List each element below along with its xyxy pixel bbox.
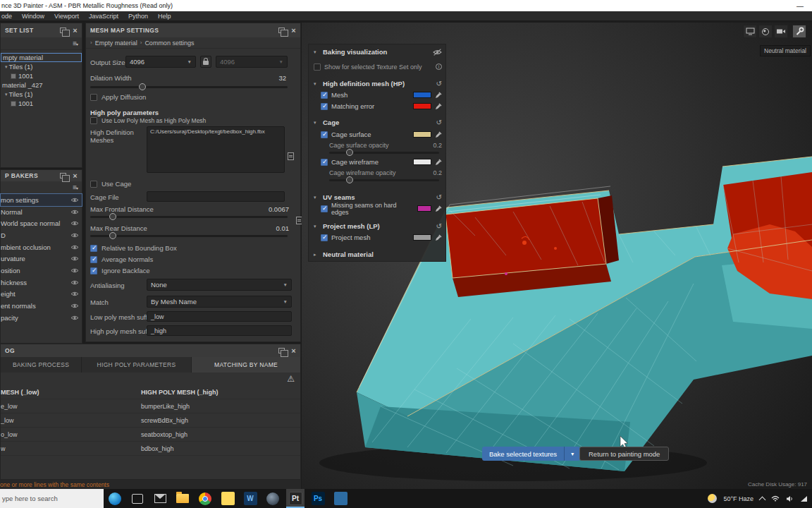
cage-wireframe-checkbox[interactable]	[321, 159, 328, 166]
slider-handle[interactable]	[139, 83, 146, 90]
eye-icon[interactable]	[70, 291, 79, 297]
eye-icon[interactable]	[70, 303, 79, 309]
dilation-width-value[interactable]: 32	[258, 74, 286, 82]
baker-item-height[interactable]: eight	[1, 289, 82, 301]
menu-item-python[interactable]: Python	[128, 13, 148, 20]
dilation-width-slider[interactable]	[90, 86, 288, 88]
taskbar-sticky-notes-icon[interactable]	[219, 489, 237, 508]
lp-section-header[interactable]: ▾Project mesh (LP) ↺	[314, 221, 442, 231]
taskbar-word-icon[interactable]: W	[241, 489, 259, 508]
menu-item-viewport[interactable]: Viewport	[54, 13, 79, 20]
average-normals-checkbox[interactable]	[90, 256, 97, 263]
expand-icon[interactable]: ▾	[5, 92, 8, 97]
lock-ratio-button[interactable]	[200, 56, 211, 68]
float-panel-icon[interactable]	[60, 28, 66, 33]
max-frontal-distance-slider[interactable]	[90, 216, 288, 218]
high-definition-meshes-list[interactable]: C:/Users/suraj/Desktop/texgt/bedbox_high…	[147, 126, 285, 173]
slider-handle[interactable]	[346, 149, 353, 156]
cage-surface-color-swatch[interactable]	[413, 131, 431, 138]
return-to-painting-mode-button[interactable]: Return to painting mode	[579, 447, 669, 461]
weather-icon[interactable]	[708, 494, 717, 503]
matching-error-checkbox[interactable]	[321, 103, 328, 110]
max-rear-distance-value[interactable]: 0.01	[254, 224, 289, 232]
baker-item-common-settings[interactable]: mon settings	[1, 194, 82, 206]
reset-history-icon[interactable]: ↺	[436, 222, 442, 230]
material-view-button[interactable]	[758, 25, 773, 38]
wifi-icon[interactable]	[771, 495, 780, 502]
breadcrumb-material[interactable]: Empty material	[95, 40, 137, 47]
baker-item-ambient-occlusion[interactable]: mbient occlusion	[1, 241, 82, 253]
slider-handle[interactable]	[346, 176, 353, 183]
cage-wireframe-opacity-slider[interactable]	[329, 179, 439, 181]
texture-set-item[interactable]: mpty material	[1, 53, 82, 62]
viewport-3d[interactable]: Neutral material ▾Baking visualization S…	[302, 23, 812, 489]
float-panel-icon[interactable]	[60, 173, 66, 179]
eyedropper-icon[interactable]	[435, 103, 442, 110]
float-panel-icon[interactable]	[278, 28, 285, 33]
taskbar-chrome-icon[interactable]	[196, 489, 214, 508]
expand-icon[interactable]: ▾	[5, 64, 8, 70]
tab-high-poly-parameters[interactable]: HIGH POLY PARAMETERS	[82, 357, 192, 373]
close-icon[interactable]: ×	[73, 27, 78, 34]
tab-baking-process[interactable]: BAKING PROCESS	[1, 357, 82, 373]
taskbar-file-explorer-icon[interactable]	[173, 489, 192, 508]
eye-icon[interactable]	[70, 244, 79, 250]
eyedropper-icon[interactable]	[435, 131, 442, 138]
menu-item-help[interactable]: Help	[158, 13, 171, 20]
texture-set-item[interactable]: 1001	[1, 99, 82, 108]
project-mesh-color-swatch[interactable]	[413, 234, 431, 241]
cage-file-input[interactable]	[147, 191, 285, 202]
baker-item-bent-normals[interactable]: ent normals	[1, 300, 82, 312]
antialiasing-dropdown[interactable]: None▼	[147, 279, 292, 291]
list-options-icon[interactable]: ≡▾	[73, 183, 78, 191]
cage-surface-checkbox[interactable]	[321, 131, 328, 138]
display-settings-button[interactable]	[743, 25, 757, 38]
reset-history-icon[interactable]: ↺	[436, 119, 442, 126]
cage-section-header[interactable]: ▾Cage ↺	[314, 117, 442, 128]
taskbar-search-input[interactable]: ype here to search	[0, 489, 104, 508]
menu-item-mode[interactable]: ode	[1, 13, 12, 20]
high-poly-suffix-input[interactable]: _high	[147, 325, 292, 336]
eyedropper-icon[interactable]	[435, 92, 442, 99]
missing-seams-color-swatch[interactable]	[417, 205, 431, 212]
texture-set-item[interactable]: ▾Tiles (1)	[1, 62, 82, 71]
close-icon[interactable]: ×	[291, 27, 296, 34]
taskbar-mail-icon[interactable]	[151, 489, 169, 508]
weather-text[interactable]: 50°F Haze	[723, 495, 753, 502]
use-low-as-high-checkbox[interactable]	[90, 117, 97, 124]
taskbar-task-view-icon[interactable]	[128, 489, 147, 508]
browse-file-icon[interactable]	[288, 152, 294, 160]
eye-icon[interactable]	[70, 315, 79, 321]
baker-item-opacity[interactable]: pacity	[1, 312, 82, 324]
baker-item-id[interactable]: D	[1, 229, 82, 241]
baker-item-thickness[interactable]: hickness	[1, 277, 82, 289]
eyedropper-icon[interactable]	[435, 159, 442, 166]
eye-icon[interactable]	[70, 255, 79, 262]
max-frontal-distance-value[interactable]: 0.0067	[254, 205, 289, 213]
eye-icon[interactable]	[70, 232, 79, 238]
slider-handle[interactable]	[109, 213, 116, 220]
project-mesh-checkbox[interactable]	[321, 234, 328, 241]
eyedropper-icon[interactable]	[435, 234, 442, 241]
output-size-dropdown[interactable]: 4096▼	[125, 56, 196, 68]
mesh-checkbox[interactable]	[321, 92, 328, 99]
taskbar-substance-painter-icon[interactable]: Pt	[286, 489, 304, 508]
filter-icon[interactable]: ≡▾	[73, 40, 78, 47]
slider-handle[interactable]	[109, 232, 116, 239]
menu-item-javascript[interactable]: JavaScript	[89, 13, 118, 20]
ignore-backface-checkbox[interactable]	[90, 267, 97, 274]
reset-history-icon[interactable]: ↺	[436, 193, 442, 201]
baker-item-normal[interactable]: Normal	[1, 206, 82, 218]
baking-tools-button[interactable]	[792, 25, 806, 38]
neutral-material-section-header[interactable]: ▸Neutral material	[314, 249, 442, 260]
apply-diffusion-checkbox[interactable]	[90, 94, 97, 101]
volume-icon[interactable]	[786, 495, 794, 502]
eye-icon[interactable]	[70, 220, 79, 226]
menu-item-window[interactable]: Window	[22, 13, 44, 20]
baker-item-position[interactable]: osition	[1, 265, 82, 277]
network-icon[interactable]	[800, 495, 808, 502]
cage-wireframe-opacity-value[interactable]: 0.2	[433, 169, 442, 176]
low-poly-suffix-input[interactable]: _low	[147, 311, 292, 322]
texture-set-item[interactable]: material _427	[1, 80, 82, 90]
texture-set-item[interactable]: 1001	[1, 71, 82, 80]
